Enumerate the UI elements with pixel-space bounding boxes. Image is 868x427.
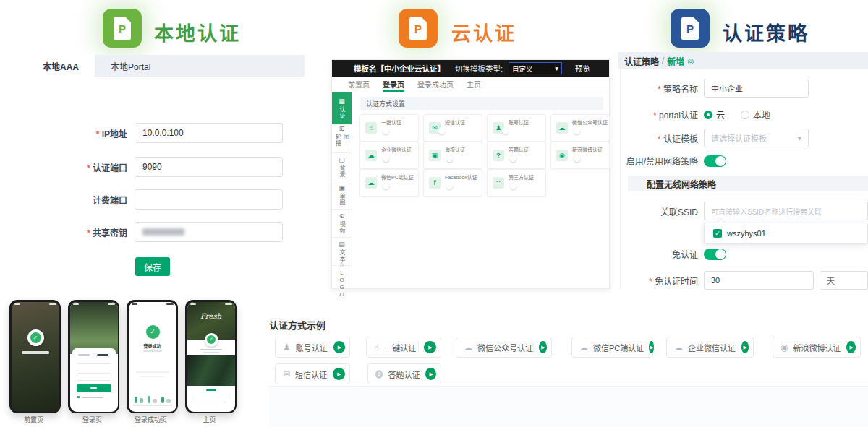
- example-wecom-auth[interactable]: 企业微信认证: [666, 337, 754, 358]
- example-account-auth[interactable]: 账号认证: [275, 337, 350, 358]
- illustration-figure: [135, 397, 137, 403]
- phone-caption: 登录页: [67, 415, 118, 424]
- method-card: 答题认证: [487, 142, 546, 169]
- question-icon: [493, 150, 504, 161]
- sidebar-item-background[interactable]: 背景: [332, 153, 352, 181]
- example-quiz-auth[interactable]: 答题认证: [367, 363, 441, 384]
- agree-checkbox[interactable]: [77, 396, 80, 399]
- play-button[interactable]: [846, 341, 856, 353]
- auth-port-input[interactable]: 9090: [135, 157, 283, 177]
- form-row-ip: IP地址 10.0.0.100: [20, 123, 283, 143]
- password-field[interactable]: [77, 373, 111, 381]
- login-tab-account[interactable]: [97, 354, 109, 356]
- ip-input[interactable]: 10.0.0.100: [135, 123, 283, 143]
- free-auth-toggle[interactable]: [704, 249, 726, 260]
- form-row-shared-key: 共享密钥: [20, 222, 283, 242]
- play-button[interactable]: [425, 368, 436, 380]
- login-button[interactable]: [77, 384, 111, 392]
- preview-button[interactable]: 预览: [575, 63, 590, 74]
- status-bar: [73, 303, 115, 306]
- image-icon: [429, 150, 441, 161]
- tab-login-page[interactable]: 登录页: [383, 77, 404, 92]
- play-button[interactable]: [333, 368, 345, 380]
- sidebar-label: 认证: [338, 106, 346, 119]
- radio-local[interactable]: [741, 111, 749, 119]
- phone-screen: ✓: [12, 302, 59, 412]
- success-badge: ✓: [146, 325, 160, 339]
- free-auth-time-row: 免认证时间 30 天: [617, 271, 868, 290]
- breadcrumb-root[interactable]: 认证策略: [624, 55, 659, 67]
- sidebar-item-auth[interactable]: 认证: [332, 92, 352, 125]
- play-button[interactable]: [539, 341, 547, 353]
- ip-label: IP地址: [20, 127, 135, 139]
- wifi-logo-badge: ✓: [205, 333, 218, 347]
- sidebar-item-single-image[interactable]: 单图: [332, 181, 352, 210]
- example-oneclick-auth[interactable]: 一键认证: [366, 337, 441, 358]
- tab-label: 前置页: [348, 79, 370, 90]
- divider: [327, 368, 328, 380]
- sidebar-item-logo[interactable]: LOGO: [332, 266, 352, 293]
- divider: [533, 341, 534, 353]
- sidebar-label: 背景: [338, 165, 346, 178]
- illustration-cart: [166, 399, 171, 403]
- example-weibo-auth[interactable]: 新浪微博认证: [773, 337, 861, 358]
- tab-local-aaa[interactable]: 本地AAA: [27, 55, 95, 77]
- policy-name-input[interactable]: 中小企业: [704, 79, 809, 98]
- billing-port-input[interactable]: [135, 189, 283, 210]
- grid-icon: [339, 98, 345, 105]
- sidebar-item-video[interactable]: 视频: [332, 210, 352, 238]
- divider: [418, 341, 419, 353]
- radio-local-label[interactable]: 本地: [753, 108, 770, 121]
- phone-screen: Fresh ✓: [187, 302, 235, 412]
- template-name: 模板名【中小企业云认证】: [354, 63, 445, 74]
- check-icon: ✓: [146, 325, 160, 339]
- play-button[interactable]: [649, 341, 653, 353]
- tab-label: 本地AAA: [43, 60, 79, 72]
- ssid-label: 关联SSID: [617, 205, 704, 217]
- tab-pre-page[interactable]: 前置页: [348, 77, 370, 92]
- time-unit-select[interactable]: 天: [820, 271, 868, 290]
- policy-name-value: 中小企业: [711, 82, 743, 94]
- ssid-dropdown-option[interactable]: ✓ wszyhys01: [704, 223, 868, 244]
- free-auth-time-input[interactable]: 30: [704, 271, 814, 290]
- sidebar-label: 单图: [338, 193, 346, 206]
- example-wechat-official-auth[interactable]: 微信公众号认证: [456, 337, 552, 358]
- free-auth-time-value: 30: [711, 276, 720, 285]
- tab-label: 登录页: [383, 79, 404, 90]
- checkbox-checked-icon[interactable]: ✓: [713, 229, 722, 238]
- agreement-text-line: [82, 397, 103, 398]
- auth-template-label: 认证模板: [617, 132, 704, 145]
- tab-local-portal[interactable]: 本地Portal: [95, 55, 166, 77]
- example-wechat-pc-auth[interactable]: 微信PC端认证: [571, 337, 653, 358]
- method-card: 短信认证: [423, 114, 482, 142]
- play-button[interactable]: [424, 341, 436, 353]
- method-label: 第三方认证: [509, 173, 534, 181]
- login-tab-sms[interactable]: [78, 354, 90, 356]
- divider: [841, 341, 841, 353]
- tab-login-success-page[interactable]: 登录成功页: [417, 77, 454, 92]
- username-field[interactable]: [77, 363, 111, 371]
- illustration-cart: [153, 399, 157, 403]
- radio-cloud-label[interactable]: 云: [716, 108, 725, 121]
- tab-home-page[interactable]: 主页: [467, 77, 481, 92]
- play-button[interactable]: [741, 341, 749, 353]
- redacted-value: [142, 228, 184, 236]
- save-button[interactable]: 保存: [135, 257, 170, 276]
- ssid-input[interactable]: 可直接输入SSID名称进行搜索关联: [704, 202, 868, 220]
- billing-port-label: 计费端口: [20, 194, 135, 206]
- enable-policy-toggle[interactable]: [704, 155, 726, 167]
- card-text-line: [192, 394, 231, 395]
- radio-cloud[interactable]: [704, 111, 712, 119]
- auth-template-select[interactable]: 请选择认证模板 ▾: [704, 129, 809, 147]
- template-type-select[interactable]: 自定义 ▾: [509, 62, 562, 74]
- select-placeholder: 请选择认证模板: [711, 132, 767, 144]
- shared-key-input[interactable]: [135, 222, 283, 242]
- sidebar-label: 视频: [338, 221, 346, 234]
- method-card: 第三方认证: [487, 169, 546, 197]
- play-button[interactable]: [333, 341, 345, 353]
- sidebar-item-carousel[interactable]: 轮播图: [332, 125, 352, 153]
- breadcrumb: 认证策略 / 新增 ◎: [618, 52, 868, 69]
- tab-label: 主页: [467, 79, 481, 90]
- breadcrumb-current: 新增: [667, 55, 684, 67]
- example-sms-auth[interactable]: 短信认证: [275, 363, 350, 384]
